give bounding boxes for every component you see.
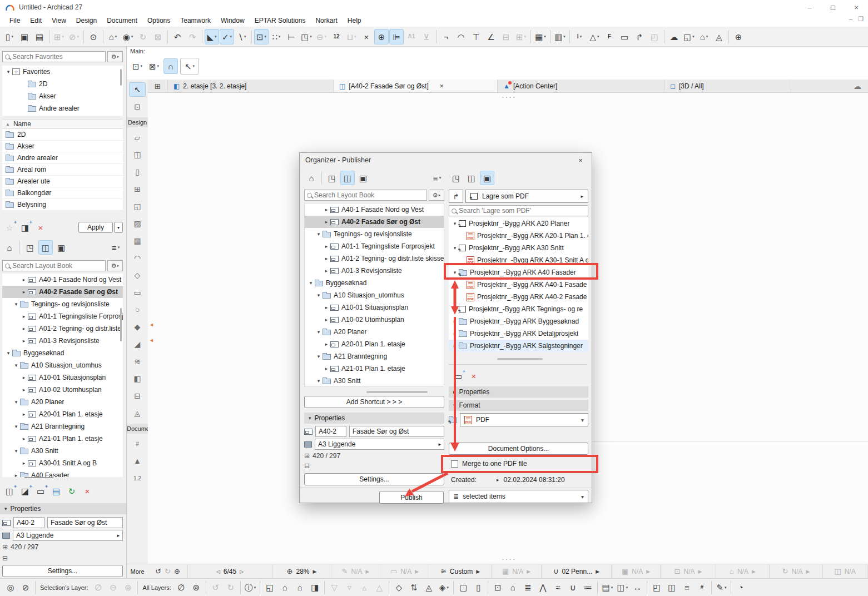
show-on-layout[interactable]: ◱▾ [682, 29, 696, 44]
next-arrow-icon[interactable]: ▶ [527, 569, 530, 574]
publisher-sets[interactable]: ▣ [54, 240, 68, 255]
favorites-palette[interactable]: ⌂▾ [106, 29, 120, 44]
new-favorite-folder[interactable]: ◨+ [18, 220, 32, 235]
menu-edit[interactable]: Edit [25, 16, 47, 26]
print[interactable]: ▤ [32, 29, 47, 44]
add-shortcut-button[interactable]: Add Shortcut > > > [304, 396, 444, 408]
chevron-down-icon[interactable]: ▾ [12, 301, 20, 307]
tree-item[interactable]: ▸Prosjektnr_-Bygg ARK Salgstegninger [449, 340, 588, 352]
tree-item[interactable]: ▾Byggesøknad [305, 277, 444, 289]
tab-3d-window[interactable]: ◻[3D / All] [664, 80, 791, 92]
favorites-search[interactable] [2, 51, 106, 62]
tool-object[interactable]: ○ [129, 302, 146, 317]
tree-item[interactable]: ▸A40-1 Fasade Nord og Vest [2, 274, 123, 286]
tree-item[interactable]: ▾A20 Planer [305, 326, 444, 338]
tree-item[interactable]: PDFProsjektnr_-Bygg ARK A40-2 Fasade S [449, 291, 588, 303]
chevron-right-icon[interactable]: ▸ [20, 289, 28, 295]
tree-item[interactable]: ▸Prosjektnr_-Bygg ARK Byggesøknad [449, 315, 588, 327]
teamwork-status-icon[interactable]: ☁ [854, 80, 868, 92]
tool-skylight[interactable]: ◱ [129, 199, 146, 213]
tree-item[interactable]: ▾Tegnings- og revisjonsliste [305, 228, 444, 240]
next-arrow-icon[interactable]: ▶ [596, 569, 599, 574]
menu-view[interactable]: View [47, 16, 71, 26]
next-arrow-icon[interactable]: ▶ [476, 569, 480, 574]
tree-item[interactable]: ▸A40 Fasader [2, 469, 123, 477]
close-button[interactable]: × [845, 0, 868, 14]
mdi-restore-icon[interactable]: ❐ [858, 16, 864, 23]
navigator-menu[interactable]: ≡▾ [108, 240, 123, 255]
publisher-sets[interactable]: ▣ [480, 171, 494, 185]
marker-tool[interactable]: ⊡ [490, 580, 505, 595]
add-subset[interactable]: ◪+ [18, 484, 32, 498]
chevron-down-icon[interactable]: ▾ [315, 378, 323, 384]
add-folder[interactable]: ▭+ [33, 484, 48, 498]
tool-lamp[interactable]: ⊟ [129, 389, 146, 403]
menu-design[interactable]: Design [71, 16, 102, 26]
menu-help[interactable]: Help [343, 16, 366, 26]
tree-item[interactable]: ▾Prosjektnr_-Bygg ARK A40 Fasader [449, 266, 588, 279]
tool-wall[interactable]: ▱ [129, 130, 146, 145]
model-check[interactable]: ◬ [712, 29, 726, 44]
chevron-right-icon[interactable]: ▸ [323, 341, 330, 347]
selection-options[interactable]: ⊠▾ [147, 58, 161, 74]
tool-beam[interactable]: ◠ [129, 251, 146, 265]
chevron-right-icon[interactable]: ▸ [323, 366, 330, 371]
tree-item[interactable]: ▾Tegnings- og revisjonsliste [2, 298, 123, 310]
menu-document[interactable]: Document [102, 16, 142, 26]
chevron-right-icon[interactable]: ▸ [12, 473, 20, 477]
tool-slab[interactable]: ▭ [129, 285, 146, 300]
tree-item[interactable]: ▾A10 Situasjon_utomhus [2, 359, 123, 371]
renovation[interactable]: ⌂▾ [697, 29, 711, 44]
tree-item[interactable]: PDFProsjektnr_-Bygg ARK A40-1 Fasade N [449, 279, 588, 291]
tool-column[interactable]: ◇ [129, 268, 146, 282]
tool-curtain-wall[interactable]: ◫ [129, 147, 146, 162]
chevron-right-icon[interactable]: ▸ [451, 343, 459, 349]
list-item[interactable]: Belysning [2, 199, 123, 211]
layout-book-settings-button[interactable]: ⚙▸ [107, 260, 123, 271]
chevron-down-icon[interactable]: ▾ [307, 280, 315, 286]
list-item[interactable]: Balkongdør [2, 187, 123, 199]
tree-item[interactable]: PDFProsjektnr_-Bygg ARK A20-1 Plan 1. e [449, 230, 588, 242]
delete-item[interactable]: × [80, 484, 95, 498]
list-item[interactable]: Andre arealer [2, 152, 123, 164]
tree-item[interactable]: Andre arealer [2, 102, 123, 115]
view-map[interactable]: ◳ [325, 171, 339, 185]
delete-favorite[interactable]: × [33, 220, 48, 235]
timer[interactable]: ◔ [733, 580, 748, 595]
tool-zone[interactable]: ◆ [129, 320, 146, 334]
new-file[interactable]: ▯▾ [2, 29, 17, 44]
status-icon[interactable]: ↺ [155, 567, 161, 575]
tool-stair[interactable]: ◢ [129, 337, 146, 351]
navigator-menu[interactable]: ≡▾ [430, 171, 444, 185]
properties-header[interactable]: ▾ Properties [0, 503, 126, 514]
apply-button[interactable]: Apply [78, 222, 113, 233]
tree-item[interactable]: ▾A30 Snitt [305, 375, 444, 386]
dialog-master-layout-field[interactable]: A3 Liggende▸ [315, 439, 444, 450]
chevron-right-icon[interactable]: ▸ [451, 319, 459, 324]
layer-combination[interactable]: ≋Custom▶ [429, 564, 492, 578]
guide-lines[interactable]: ⊫ [389, 29, 404, 44]
chevron-right-icon[interactable]: ▸ [20, 338, 28, 344]
project-chooser[interactable]: ⌂ [304, 171, 319, 185]
tree-item[interactable]: ▸Prosjektnr_-Bygg ARK Detaljprosjekt [449, 327, 588, 340]
tree-item[interactable]: ▾Prosjektnr_-Bygg ARK A20 Planer [449, 217, 588, 230]
grid-system[interactable]: ▦▾ [533, 29, 548, 44]
dialog-left-properties-header[interactable]: ▾ Properties [304, 413, 444, 424]
tree-item[interactable]: ▸A20-01 Plan 1. etasje [2, 408, 123, 420]
add-ons[interactable]: ⊕ [731, 29, 746, 44]
tree-item[interactable]: PDFProsjektnr_-Bygg ARK A30-1 Snitt A o [449, 254, 588, 266]
list-item[interactable]: Areal rom [2, 164, 123, 176]
bimcloud[interactable]: ☁ [667, 29, 681, 44]
axonometry[interactable]: ▢ [456, 580, 470, 595]
sheet[interactable]: ▭ [617, 29, 632, 44]
tree-item[interactable]: ▾A21 Branntegning [305, 350, 444, 362]
element-info[interactable]: ⓘ▾ [243, 580, 258, 595]
list-item[interactable]: 2D [2, 129, 123, 141]
chevron-right-icon[interactable]: ▸ [20, 277, 28, 282]
story-settings[interactable]: ◨ [307, 580, 322, 595]
magnet[interactable]: ∩ [163, 58, 178, 74]
tree-item[interactable]: 2D [2, 78, 123, 90]
expand-arrow-icon[interactable]: ▸ [497, 477, 499, 483]
status-icon[interactable]: ⊕ [174, 567, 180, 575]
maximize-button[interactable]: □ [821, 0, 845, 14]
